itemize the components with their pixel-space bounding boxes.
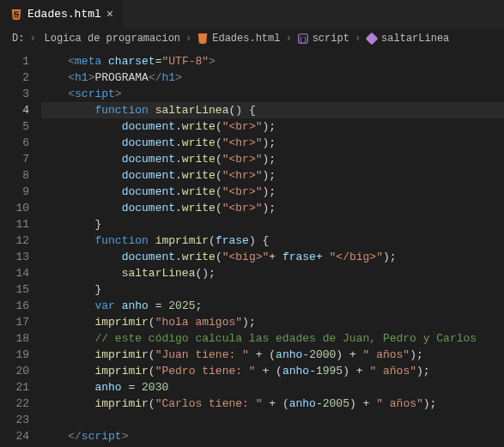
chevron-right-icon: › — [185, 33, 191, 45]
code-area[interactable]: <meta charset="UTF-8"> <h1>PROGRAMA</h1>… — [41, 53, 504, 444]
line-number: 14 — [0, 265, 29, 281]
line-number: 21 — [0, 379, 29, 396]
line-number: 4 — [0, 102, 29, 118]
breadcrumb-drive[interactable]: D: — [12, 33, 24, 45]
breadcrumb-function[interactable]: saltarLinea — [366, 33, 449, 45]
line-number: 1 — [0, 53, 29, 69]
code-line-current: function saltarLinea() { — [41, 102, 504, 118]
line-number: 9 — [0, 184, 29, 200]
line-number: 23 — [0, 412, 29, 428]
line-number: 16 — [0, 298, 29, 314]
code-line: </script> — [41, 428, 504, 444]
chevron-right-icon: › — [29, 33, 35, 45]
code-line: document.write("<br>"); — [41, 184, 504, 200]
line-number: 3 — [0, 86, 29, 102]
code-line: <script> — [41, 86, 504, 102]
line-number: 18 — [0, 330, 29, 347]
code-line: document.write("<br>"); — [41, 151, 504, 167]
line-number: 13 — [0, 249, 29, 265]
code-line: // este código calcula las edades de Jua… — [41, 330, 504, 347]
tab-edades[interactable]: Edades.html × — [0, 0, 124, 28]
code-line: imprimir("Pedro tiene: " + (anho-1995) +… — [41, 363, 504, 379]
line-number: 7 — [0, 151, 29, 167]
line-number: 8 — [0, 167, 29, 184]
line-number: 19 — [0, 347, 29, 363]
code-line: document.write("<br>"); — [41, 118, 504, 135]
line-number: 12 — [0, 233, 29, 249]
script-icon: {} — [297, 33, 309, 45]
line-number: 24 — [0, 428, 29, 444]
breadcrumb: D: › Logica de programacion › Edades.htm… — [0, 29, 504, 51]
code-editor[interactable]: 123456789101112131415161718192021222324 … — [0, 51, 504, 444]
code-line: function imprimir(frase) { — [41, 233, 504, 249]
code-line: var anho = 2025; — [41, 298, 504, 314]
line-number: 15 — [0, 281, 29, 298]
code-line: document.write("<br>"); — [41, 200, 504, 216]
tab-filename: Edades.html — [27, 8, 101, 21]
breadcrumb-folder[interactable]: Logica de programacion — [41, 33, 180, 45]
chevron-right-icon: › — [285, 33, 291, 45]
code-line: imprimir("Carlos tiene: " + (anho-2005) … — [41, 396, 504, 412]
breadcrumb-script[interactable]: {} script — [297, 33, 349, 45]
breadcrumb-file[interactable]: Edades.html — [197, 33, 280, 45]
code-line: document.write("<hr>"); — [41, 167, 504, 184]
code-line: <h1>PROGRAMA</h1> — [41, 69, 504, 86]
code-line: document.write("<hr>"); — [41, 135, 504, 151]
line-number: 11 — [0, 216, 29, 233]
line-number: 20 — [0, 363, 29, 379]
code-line: <meta charset="UTF-8"> — [41, 53, 504, 69]
chevron-right-icon: › — [355, 33, 361, 45]
close-icon[interactable]: × — [106, 9, 113, 21]
code-line: } — [41, 216, 504, 233]
code-line: } — [41, 281, 504, 298]
code-line — [41, 412, 504, 428]
code-line: anho = 2030 — [41, 379, 504, 396]
code-line: imprimir("hola amigos"); — [41, 314, 504, 330]
line-number: 22 — [0, 396, 29, 412]
html-file-icon — [197, 33, 209, 45]
line-number: 6 — [0, 135, 29, 151]
line-number: 10 — [0, 200, 29, 216]
svg-rect-2 — [366, 33, 378, 45]
html-file-icon — [10, 8, 22, 21]
line-number-gutter: 123456789101112131415161718192021222324 — [0, 53, 41, 444]
function-icon — [366, 33, 378, 45]
tab-bar: Edades.html × — [0, 0, 504, 29]
svg-text:{}: {} — [299, 35, 307, 43]
code-line: imprimir("Juan tiene: " + (anho-2000) + … — [41, 347, 504, 363]
line-number: 5 — [0, 118, 29, 135]
line-number: 17 — [0, 314, 29, 330]
code-line: document.write("<big>"+ frase+ "</big>")… — [41, 249, 504, 265]
code-line: saltarLinea(); — [41, 265, 504, 281]
line-number: 2 — [0, 69, 29, 86]
